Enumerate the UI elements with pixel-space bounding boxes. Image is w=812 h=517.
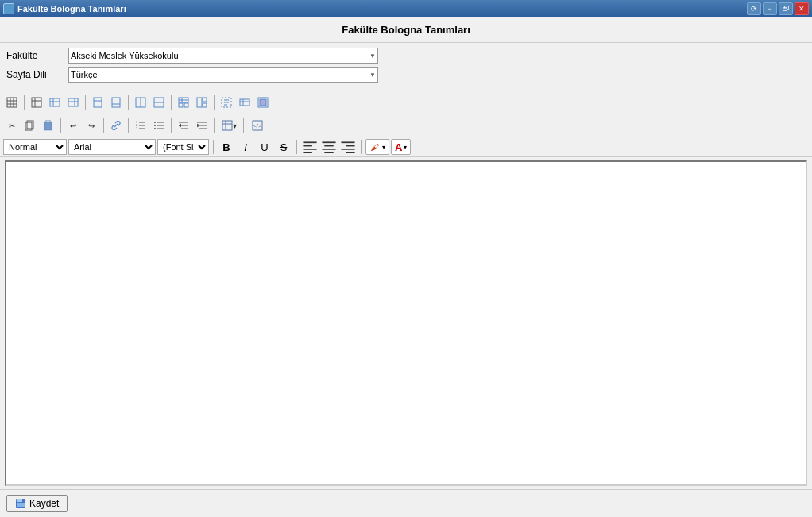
- svg-point-54: [154, 128, 156, 129]
- tb-btn-10[interactable]: [193, 95, 211, 110]
- text-color-button[interactable]: A ▾: [391, 139, 411, 155]
- refresh-button[interactable]: ⟳: [747, 2, 761, 15]
- save-button[interactable]: Kaydet: [6, 495, 68, 512]
- save-icon: [15, 498, 26, 509]
- svg-text:🖌: 🖌: [370, 142, 379, 152]
- svg-rect-0: [7, 98, 17, 107]
- indent-decrease-btn[interactable]: [175, 118, 192, 133]
- style-select[interactable]: Normal Heading 1 Heading 2: [3, 139, 67, 155]
- tb-btn-12[interactable]: [236, 95, 253, 110]
- sep9: [171, 118, 172, 133]
- svg-point-52: [154, 122, 156, 123]
- svg-rect-38: [260, 99, 266, 106]
- sep-fmt1: [213, 140, 214, 154]
- sep7: [103, 118, 104, 133]
- sayfa-dili-label: Sayfa Dili: [6, 69, 62, 80]
- svg-rect-41: [44, 122, 52, 130]
- page-header: Fakülte Bologna Tanımları: [0, 17, 812, 43]
- fakulte-select-wrapper: Akseki Meslek Yüksekokulu: [68, 48, 378, 64]
- tb-btn-11[interactable]: [218, 95, 235, 110]
- cut-btn[interactable]: ✂: [3, 118, 21, 133]
- source-btn[interactable]: </>: [247, 118, 268, 133]
- title-bar-left: Fakülte Bologna Tanımları: [3, 3, 126, 14]
- tb-btn-8[interactable]: [150, 95, 168, 110]
- svg-rect-27: [197, 98, 202, 107]
- table-dropdown-btn[interactable]: ▾: [218, 118, 240, 133]
- tb-btn-9[interactable]: [175, 95, 192, 110]
- restore-button[interactable]: 🗗: [779, 2, 793, 15]
- tb-btn-7[interactable]: [132, 95, 149, 110]
- svg-text:</>: </>: [253, 123, 261, 129]
- editor-area[interactable]: [5, 160, 807, 486]
- sep2: [85, 95, 86, 110]
- tb-btn-3[interactable]: [46, 95, 64, 110]
- insert-table-btn[interactable]: [3, 95, 21, 110]
- sep5: [214, 95, 215, 110]
- undo-btn[interactable]: ↩: [64, 118, 82, 133]
- minimize-button[interactable]: −: [763, 2, 777, 15]
- svg-rect-5: [32, 98, 41, 107]
- svg-rect-80: [17, 499, 22, 502]
- sep-fmt2: [296, 140, 297, 154]
- title-bar-title: Fakülte Bologna Tanımları: [17, 4, 126, 14]
- align-center-button[interactable]: [320, 139, 338, 155]
- svg-point-53: [154, 125, 156, 126]
- page-title: Fakülte Bologna Tanımları: [342, 24, 470, 36]
- sep8: [128, 118, 129, 133]
- sep6: [60, 118, 61, 133]
- ordered-list-btn[interactable]: 1 2 3: [132, 118, 149, 133]
- link-btn[interactable]: [107, 118, 125, 133]
- main-window: Fakülte Bologna Tanımları Fakülte Akseki…: [0, 17, 812, 517]
- sep4: [171, 95, 172, 110]
- title-bar-buttons: ⟳ − 🗗 ✕: [747, 2, 809, 15]
- unordered-list-btn[interactable]: [150, 118, 168, 133]
- font-select[interactable]: Arial Times New Roman Verdana: [68, 139, 156, 155]
- form-area: Fakülte Akseki Meslek Yüksekokulu Sayfa …: [0, 43, 812, 91]
- svg-rect-25: [179, 103, 183, 107]
- redo-btn[interactable]: ↪: [83, 118, 100, 133]
- bg-color-button[interactable]: 🖌 ▾: [365, 139, 389, 155]
- bottom-bar: Kaydet: [0, 489, 812, 517]
- font-size-select[interactable]: (Font Size) 8 10 12 14: [157, 139, 209, 155]
- sep11: [243, 118, 244, 133]
- paste-btn[interactable]: [40, 118, 57, 133]
- tb-btn-2[interactable]: [28, 95, 45, 110]
- tb-btn-5[interactable]: [89, 95, 106, 110]
- tb-btn-6[interactable]: [107, 95, 125, 110]
- sayfa-dili-select[interactable]: Türkçe: [68, 67, 378, 83]
- align-right-button[interactable]: [339, 139, 357, 155]
- close-button[interactable]: ✕: [795, 2, 809, 15]
- toolbar-container-2: ✂ ↩ ↪: [0, 114, 812, 137]
- sep10: [214, 118, 215, 133]
- svg-rect-81: [17, 503, 25, 507]
- toolbar-row-2: ✂ ↩ ↪: [3, 116, 809, 135]
- sep3: [128, 95, 129, 110]
- svg-rect-28: [203, 98, 207, 102]
- format-toolbar: Normal Heading 1 Heading 2 Arial Times N…: [0, 137, 812, 157]
- app-icon: [3, 3, 14, 14]
- sayfa-dili-row: Sayfa Dili Türkçe: [6, 67, 806, 83]
- strikethrough-button[interactable]: S: [275, 139, 292, 155]
- toolbar-row-1: [3, 93, 809, 112]
- bold-button[interactable]: B: [218, 139, 235, 155]
- copy-btn[interactable]: [21, 118, 39, 133]
- svg-rect-29: [203, 103, 207, 107]
- tb-btn-13[interactable]: [254, 95, 272, 110]
- align-left-button[interactable]: [301, 139, 319, 155]
- fakulte-label: Fakülte: [6, 50, 62, 61]
- italic-button[interactable]: I: [237, 139, 254, 155]
- sayfa-dili-select-wrapper: Türkçe: [68, 67, 378, 83]
- title-bar: Fakülte Bologna Tanımları ⟳ − 🗗 ✕: [0, 0, 812, 17]
- svg-rect-14: [94, 98, 102, 107]
- fakulte-row: Fakülte Akseki Meslek Yüksekokulu: [6, 48, 806, 64]
- tb-btn-4[interactable]: [64, 95, 82, 110]
- svg-rect-8: [50, 98, 60, 106]
- sep1: [24, 95, 25, 110]
- fakulte-select[interactable]: Akseki Meslek Yüksekokulu: [68, 48, 378, 64]
- svg-rect-42: [46, 120, 50, 122]
- svg-rect-26: [184, 103, 188, 107]
- indent-increase-btn[interactable]: [193, 118, 211, 133]
- save-label: Kaydet: [29, 498, 59, 509]
- underline-button[interactable]: U: [256, 139, 273, 155]
- svg-rect-34: [240, 99, 249, 106]
